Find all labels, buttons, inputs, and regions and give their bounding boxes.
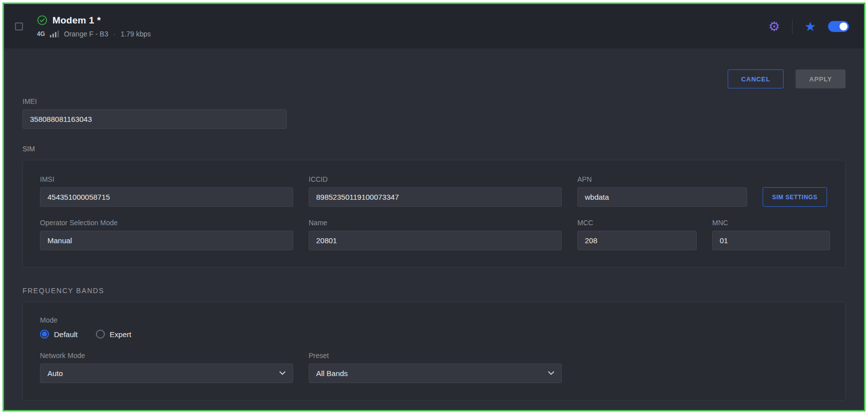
mnc-label: MNC bbox=[712, 219, 830, 227]
preset-field: Preset All Bands bbox=[309, 352, 562, 383]
apn-label: APN bbox=[577, 175, 747, 183]
modem-title: Modem 1 * bbox=[52, 15, 101, 26]
sim-settings-button[interactable]: SIM SETTINGS bbox=[763, 187, 827, 207]
network-mode-select[interactable]: Auto bbox=[40, 364, 293, 383]
preset-select[interactable]: All Bands bbox=[309, 364, 562, 383]
network-type-label: 4G bbox=[37, 30, 45, 37]
header-left: Modem 1 * 4G Orange F - B3 · 1.79 kbps bbox=[15, 15, 151, 38]
imsi-input[interactable] bbox=[40, 187, 293, 207]
sim-panel: IMSI ICCID APN SIM SETTINGS Operator Sel… bbox=[22, 160, 846, 268]
mcc-input[interactable] bbox=[577, 231, 697, 250]
title-row: Modem 1 * bbox=[37, 15, 151, 26]
name-label: Name bbox=[309, 219, 562, 227]
apn-input[interactable] bbox=[577, 187, 747, 207]
sim-settings-button-col: SIM SETTINGS bbox=[763, 175, 827, 207]
operator-selection-mode-input[interactable] bbox=[40, 231, 293, 250]
header-right: ⚙ ★ bbox=[768, 19, 849, 34]
modem-settings-form: CANCEL APPLY IMEI SIM IMSI ICCID APN bbox=[4, 69, 864, 401]
imei-label: IMEI bbox=[22, 97, 287, 105]
status-ok-icon bbox=[37, 15, 47, 25]
preset-label: Preset bbox=[309, 352, 562, 360]
imsi-label: IMSI bbox=[40, 175, 293, 183]
favorite-star-icon[interactable]: ★ bbox=[805, 20, 816, 33]
mcc-field: MCC bbox=[577, 219, 697, 250]
signal-strength-icon bbox=[50, 30, 59, 37]
iccid-field: ICCID bbox=[309, 175, 562, 207]
modem-header: Modem 1 * 4G Orange F - B3 · 1.79 kbps ⚙… bbox=[4, 4, 864, 48]
frequency-bands-panel: Mode Default Expert Network Mode bbox=[22, 302, 846, 401]
apply-button[interactable]: APPLY bbox=[796, 69, 846, 88]
network-mode-label: Network Mode bbox=[40, 352, 293, 360]
cancel-button[interactable]: CANCEL bbox=[728, 69, 784, 88]
sim-row-1: IMSI ICCID APN SIM SETTINGS bbox=[40, 175, 828, 207]
chevron-down-icon bbox=[548, 371, 554, 376]
modem-select-checkbox[interactable] bbox=[15, 22, 23, 30]
iccid-label: ICCID bbox=[309, 175, 562, 183]
imei-field: IMEI bbox=[22, 97, 287, 129]
operator-label: Orange F - B3 bbox=[64, 30, 108, 38]
speed-label: 1.79 kbps bbox=[120, 30, 151, 38]
mode-radio-group: Default Expert bbox=[40, 330, 828, 339]
modem-enable-toggle[interactable] bbox=[828, 21, 849, 32]
frequency-bands-section-label: FREQUENCY BANDS bbox=[22, 287, 846, 295]
network-mode-value: Auto bbox=[47, 369, 63, 378]
title-block: Modem 1 * 4G Orange F - B3 · 1.79 kbps bbox=[37, 15, 151, 38]
bands-fields-row: Network Mode Auto Preset All Bands bbox=[40, 352, 828, 383]
imei-input[interactable] bbox=[22, 109, 287, 129]
operator-selection-mode-label: Operator Selection Mode bbox=[40, 219, 293, 227]
imsi-field: IMSI bbox=[40, 175, 293, 207]
settings-gear-icon[interactable]: ⚙ bbox=[768, 20, 780, 33]
chevron-down-icon bbox=[279, 371, 286, 376]
sim-section-label: SIM bbox=[22, 145, 846, 153]
mnc-field: MNC bbox=[712, 219, 830, 250]
iccid-input[interactable] bbox=[309, 187, 562, 207]
radio-expert-icon bbox=[96, 330, 105, 339]
mcc-label: MCC bbox=[577, 219, 697, 227]
subtitle-row: 4G Orange F - B3 · 1.79 kbps bbox=[37, 30, 151, 38]
mode-group: Mode Default Expert bbox=[40, 316, 828, 339]
radio-expert-label: Expert bbox=[110, 330, 131, 339]
sim-row-2: Operator Selection Mode Name MCC MNC bbox=[40, 219, 828, 250]
name-input[interactable] bbox=[309, 231, 562, 250]
network-mode-field: Network Mode Auto bbox=[40, 352, 293, 383]
header-divider bbox=[792, 19, 793, 34]
modem-panel: Modem 1 * 4G Orange F - B3 · 1.79 kbps ⚙… bbox=[2, 2, 866, 412]
form-actions: CANCEL APPLY bbox=[22, 69, 846, 88]
mode-radio-default[interactable]: Default bbox=[40, 330, 78, 339]
apn-field: APN bbox=[577, 175, 747, 207]
radio-default-label: Default bbox=[54, 330, 78, 339]
preset-value: All Bands bbox=[316, 369, 348, 378]
radio-default-icon bbox=[40, 330, 49, 339]
mode-radio-expert[interactable]: Expert bbox=[96, 330, 131, 339]
operator-selection-mode-field: Operator Selection Mode bbox=[40, 219, 293, 250]
name-field: Name bbox=[309, 219, 562, 250]
toggle-knob bbox=[840, 22, 848, 30]
mode-label: Mode bbox=[40, 316, 828, 324]
mnc-input[interactable] bbox=[712, 231, 830, 250]
subtitle-separator: · bbox=[113, 30, 116, 38]
